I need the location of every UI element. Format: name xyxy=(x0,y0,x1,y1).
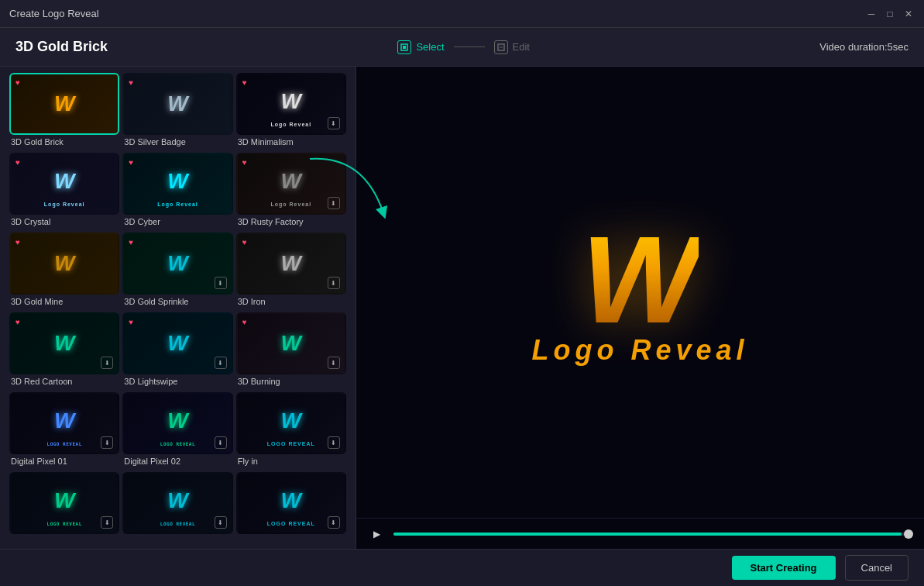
template-reveal-text: LOGO REVEAL xyxy=(47,441,82,446)
template-thumbnail[interactable]: WLOGO REVEAL⬇ xyxy=(236,472,346,534)
template-item[interactable]: ♥WLogo Reveal⬇3D Minimalism xyxy=(236,73,346,150)
download-icon[interactable]: ⬇ xyxy=(328,197,340,209)
template-logo-letter: W xyxy=(167,333,187,354)
progress-fill xyxy=(393,533,902,536)
template-thumbnail[interactable]: ♥W⬇ xyxy=(9,312,119,374)
progress-track[interactable] xyxy=(393,533,912,536)
step-edit[interactable]: Edit xyxy=(494,40,530,54)
heart-icon[interactable]: ♥ xyxy=(15,158,20,167)
download-icon[interactable]: ⬇ xyxy=(328,277,340,289)
download-icon[interactable]: ⬇ xyxy=(101,516,113,529)
template-thumbnail[interactable]: ♥W xyxy=(9,73,119,135)
heart-icon[interactable]: ♥ xyxy=(15,78,20,87)
title-bar-title: Create Logo Reveal xyxy=(9,8,99,19)
template-item[interactable]: WLOGO REVEAL⬇ xyxy=(9,472,119,539)
heart-icon[interactable]: ♥ xyxy=(129,238,133,246)
template-item[interactable]: ♥W⬇3D Lightswipe xyxy=(122,312,232,389)
download-icon[interactable]: ⬇ xyxy=(215,436,227,449)
template-name-label: 3D Gold Brick xyxy=(9,137,119,146)
heart-icon[interactable]: ♥ xyxy=(15,318,20,326)
template-thumbnail[interactable]: ♥W⬇ xyxy=(122,312,232,374)
template-logo-letter: W xyxy=(54,93,74,115)
download-icon[interactable]: ⬇ xyxy=(101,436,113,449)
template-name-label: Fly in xyxy=(236,457,346,466)
template-thumbnail[interactable]: WLOGO REVEAL⬇ xyxy=(236,392,346,454)
template-thumbnail[interactable]: ♥W⬇ xyxy=(122,233,232,295)
minimize-button[interactable]: ─ xyxy=(865,8,878,20)
content-area: ♥W3D Gold Brick♥W3D Silver Badge♥WLogo R… xyxy=(0,67,924,549)
template-thumbnail[interactable]: WLOGO REVEAL⬇ xyxy=(122,472,232,534)
footer: Start Creating Cancel xyxy=(0,549,924,586)
window-title: Create Logo Reveal xyxy=(9,8,99,19)
template-item[interactable]: WLOGO REVEAL⬇ xyxy=(122,472,232,539)
template-name-label: 3D Gold Mine xyxy=(9,297,119,306)
template-reveal-text: Logo Reveal xyxy=(271,122,312,127)
template-item[interactable]: ♥WLogo Reveal3D Crystal xyxy=(9,153,119,229)
heart-icon[interactable]: ♥ xyxy=(129,318,133,326)
template-item[interactable]: ♥W3D Gold Mine xyxy=(9,233,119,309)
title-bar-controls: ─ □ ✕ xyxy=(865,8,915,20)
template-logo-letter: W xyxy=(167,253,187,274)
heart-icon[interactable]: ♥ xyxy=(242,238,247,246)
template-thumbnail[interactable]: ♥WLogo Reveal xyxy=(9,153,119,215)
template-thumbnail[interactable]: ♥W⬇ xyxy=(236,233,346,295)
template-logo-letter: W xyxy=(281,410,301,432)
step-select[interactable]: Select xyxy=(397,40,444,54)
template-logo-letter: W xyxy=(281,91,301,112)
template-name-label: 3D Red Cartoon xyxy=(9,377,119,386)
template-thumbnail[interactable]: ♥WLogo Reveal⬇ xyxy=(236,73,346,135)
templates-panel: ♥W3D Gold Brick♥W3D Silver Badge♥WLogo R… xyxy=(0,67,356,549)
template-thumbnail[interactable]: ♥W xyxy=(122,73,232,135)
template-item[interactable]: ♥W⬇3D Burning xyxy=(236,312,346,389)
maximize-button[interactable]: □ xyxy=(884,8,896,20)
template-thumbnail[interactable]: ♥WLogo Reveal⬇ xyxy=(236,153,346,215)
preview-logo: W xyxy=(582,218,699,342)
download-icon[interactable]: ⬇ xyxy=(328,436,340,449)
template-item[interactable]: WLOGO REVEAL⬇ xyxy=(236,472,346,539)
template-logo-letter: W xyxy=(54,410,74,432)
start-creating-button[interactable]: Start Creating xyxy=(732,556,836,580)
template-logo-letter: W xyxy=(54,490,74,512)
template-reveal-text: Logo Reveal xyxy=(157,202,198,207)
template-name-label: 3D Rusty Factory xyxy=(236,217,346,226)
download-icon[interactable]: ⬇ xyxy=(215,516,227,529)
heart-icon[interactable]: ♥ xyxy=(242,318,247,326)
progress-thumb[interactable] xyxy=(904,529,913,539)
template-thumbnail[interactable]: ♥W xyxy=(9,233,119,295)
template-item[interactable]: ♥WLogo Reveal3D Cyber xyxy=(122,153,232,229)
template-item[interactable]: ♥WLogo Reveal⬇3D Rusty Factory xyxy=(236,153,346,229)
download-icon[interactable]: ⬇ xyxy=(328,117,340,129)
template-item[interactable]: WLOGO REVEAL⬇Fly in xyxy=(236,392,346,469)
download-icon[interactable]: ⬇ xyxy=(328,516,340,529)
template-logo-letter: W xyxy=(281,171,301,192)
template-item[interactable]: WLOGO REVEAL⬇Digital Pixel 01 xyxy=(9,392,119,469)
template-logo-letter: W xyxy=(281,253,301,274)
close-button[interactable]: ✕ xyxy=(902,8,915,20)
cancel-button[interactable]: Cancel xyxy=(845,555,909,581)
heart-icon[interactable]: ♥ xyxy=(129,158,133,167)
heart-icon[interactable]: ♥ xyxy=(15,238,20,246)
template-thumbnail[interactable]: WLOGO REVEAL⬇ xyxy=(122,392,232,454)
download-icon[interactable]: ⬇ xyxy=(101,357,113,369)
template-name-label: 3D Iron xyxy=(236,297,346,306)
header: 3D Gold Brick Select Edit Video duration… xyxy=(0,28,924,67)
download-icon[interactable]: ⬇ xyxy=(215,277,227,289)
template-item[interactable]: ♥W3D Gold Brick xyxy=(9,73,119,150)
download-icon[interactable]: ⬇ xyxy=(215,357,227,369)
heart-icon[interactable]: ♥ xyxy=(129,78,133,87)
template-item[interactable]: ♥W⬇3D Red Cartoon xyxy=(9,312,119,389)
template-name-label: 3D Cyber xyxy=(122,217,232,226)
heart-icon[interactable]: ♥ xyxy=(242,78,247,87)
template-thumbnail[interactable]: ♥WLogo Reveal xyxy=(122,153,232,215)
heart-icon[interactable]: ♥ xyxy=(242,158,247,167)
template-item[interactable]: WLOGO REVEAL⬇Digital Pixel 02 xyxy=(122,392,232,469)
template-thumbnail[interactable]: WLOGO REVEAL⬇ xyxy=(9,472,119,534)
template-item[interactable]: ♥W⬇3D Gold Sprinkle xyxy=(122,233,232,309)
template-item[interactable]: ♥W3D Silver Badge xyxy=(122,73,232,150)
download-icon[interactable]: ⬇ xyxy=(328,357,340,369)
template-logo-letter: W xyxy=(54,253,74,274)
template-thumbnail[interactable]: ♥W⬇ xyxy=(236,312,346,374)
template-thumbnail[interactable]: WLOGO REVEAL⬇ xyxy=(9,392,119,454)
template-item[interactable]: ♥W⬇3D Iron xyxy=(236,233,346,309)
play-button[interactable]: ▶ xyxy=(369,526,384,542)
